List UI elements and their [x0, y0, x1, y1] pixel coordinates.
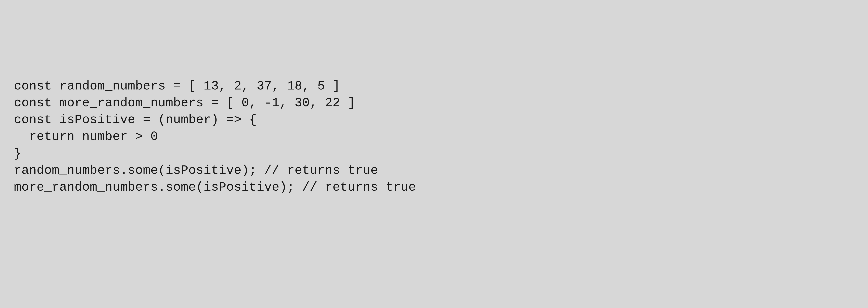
code-line-1: const random_numbers = [ 13, 2, 37, 18, …	[14, 78, 854, 95]
code-line-3: const isPositive = (number) => {	[14, 111, 854, 128]
code-line-5: }	[14, 145, 854, 162]
code-line-6: random_numbers.some(isPositive); // retu…	[14, 162, 854, 179]
code-line-2: const more_random_numbers = [ 0, -1, 30,…	[14, 95, 854, 111]
code-line-4: return number > 0	[14, 128, 854, 145]
code-line-7: more_random_numbers.some(isPositive); //…	[14, 179, 854, 196]
